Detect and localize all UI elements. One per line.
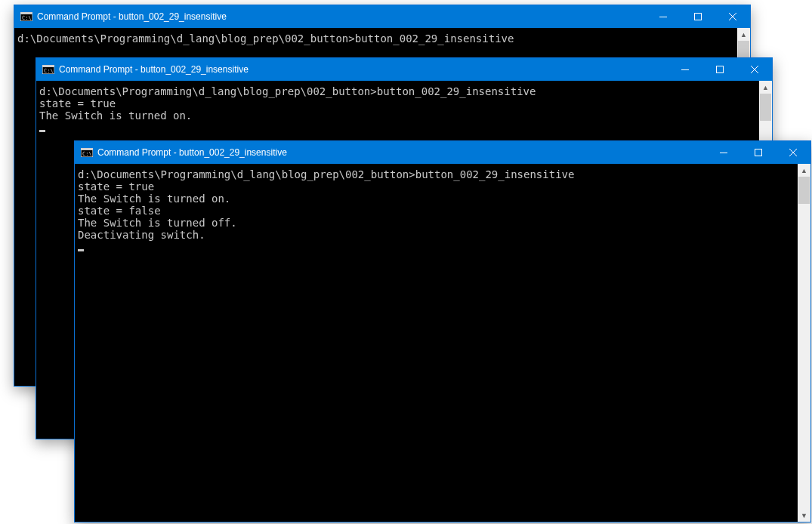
terminal-line: state = true bbox=[78, 180, 795, 193]
close-button[interactable] bbox=[737, 58, 772, 81]
svg-rect-14 bbox=[755, 149, 762, 156]
maximize-button[interactable] bbox=[741, 141, 776, 164]
svg-rect-9 bbox=[717, 66, 724, 73]
svg-text:C:\: C:\ bbox=[22, 15, 32, 21]
window-title: Command Prompt - button_002_29_insensiti… bbox=[97, 147, 706, 158]
minimize-button[interactable] bbox=[646, 5, 681, 28]
svg-rect-3 bbox=[659, 17, 667, 17]
svg-rect-6 bbox=[42, 65, 54, 67]
terminal-line: The Switch is turned on. bbox=[78, 193, 795, 205]
terminal-line: Deactivating switch. bbox=[78, 229, 795, 241]
titlebar[interactable]: C:\Command Prompt - button_002_29_insens… bbox=[14, 5, 750, 28]
maximize-button[interactable] bbox=[702, 58, 737, 81]
command-prompt-window[interactable]: C:\Command Prompt - button_002_29_insens… bbox=[74, 140, 811, 522]
titlebar[interactable]: C:\Command Prompt - button_002_29_insens… bbox=[75, 141, 810, 164]
svg-rect-13 bbox=[720, 153, 727, 153]
svg-rect-11 bbox=[81, 148, 93, 150]
text-cursor bbox=[39, 130, 45, 132]
client-area: d:\Documents\Programming\d_lang\blog_pre… bbox=[75, 164, 810, 522]
cursor-line bbox=[39, 122, 756, 134]
terminal-line: d:\Documents\Programming\d_lang\blog_pre… bbox=[39, 85, 756, 97]
terminal-output[interactable]: d:\Documents\Programming\d_lang\blog_pre… bbox=[75, 164, 798, 522]
terminal-line: The Switch is turned on. bbox=[39, 109, 756, 122]
terminal-line: state = false bbox=[78, 205, 795, 217]
window-title: Command Prompt - button_002_29_insensiti… bbox=[37, 11, 646, 22]
cmd-app-icon: C:\ bbox=[42, 63, 54, 76]
maximize-button[interactable] bbox=[681, 5, 715, 28]
svg-rect-4 bbox=[695, 14, 702, 20]
cmd-app-icon: C:\ bbox=[81, 146, 93, 159]
window-controls bbox=[668, 58, 772, 81]
terminal-line: d:\Documents\Programming\d_lang\blog_pre… bbox=[78, 168, 795, 180]
cmd-app-icon: C:\ bbox=[20, 11, 32, 23]
scroll-up-button[interactable]: ▲ bbox=[759, 81, 772, 94]
window-title: Command Prompt - button_002_29_insensiti… bbox=[59, 64, 668, 75]
svg-text:C:\: C:\ bbox=[44, 68, 54, 74]
minimize-button[interactable] bbox=[706, 141, 741, 164]
cursor-line bbox=[78, 241, 795, 253]
scroll-thumb[interactable] bbox=[760, 94, 771, 121]
minimize-button[interactable] bbox=[668, 58, 702, 81]
terminal-line: state = true bbox=[39, 97, 756, 109]
scroll-down-button[interactable]: ▼ bbox=[798, 509, 810, 522]
window-controls bbox=[706, 141, 810, 164]
close-button[interactable] bbox=[715, 5, 750, 28]
close-button[interactable] bbox=[776, 141, 810, 164]
scroll-thumb[interactable] bbox=[798, 177, 810, 204]
terminal-line: The Switch is turned off. bbox=[78, 217, 795, 229]
terminal-line: d:\Documents\Programming\d_lang\blog_pre… bbox=[17, 32, 734, 45]
text-cursor bbox=[78, 249, 84, 251]
scroll-up-button[interactable]: ▲ bbox=[737, 28, 750, 41]
scroll-track[interactable] bbox=[798, 177, 810, 509]
titlebar[interactable]: C:\Command Prompt - button_002_29_insens… bbox=[36, 58, 772, 81]
vertical-scrollbar[interactable]: ▲▼ bbox=[798, 164, 810, 522]
scroll-up-button[interactable]: ▲ bbox=[798, 164, 810, 177]
svg-rect-1 bbox=[20, 12, 32, 14]
window-controls bbox=[646, 5, 750, 28]
svg-text:C:\: C:\ bbox=[82, 151, 92, 157]
svg-rect-8 bbox=[681, 69, 689, 70]
